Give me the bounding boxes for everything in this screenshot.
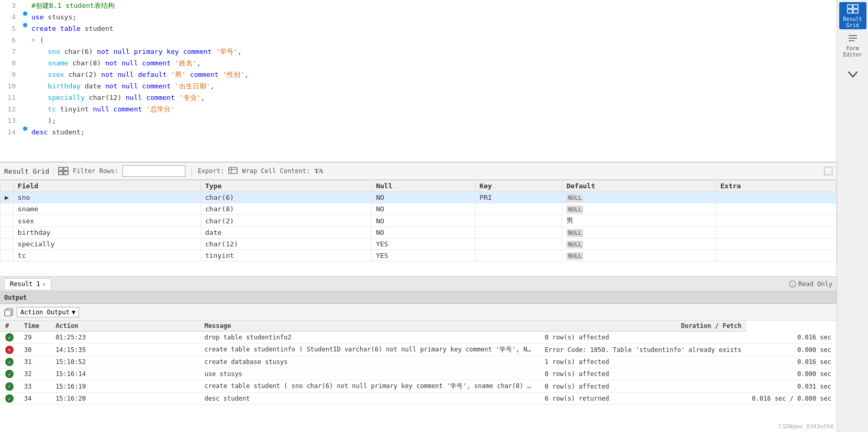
- row-indicator-6: [1, 250, 14, 262]
- time-33: 15:16:19: [50, 380, 199, 393]
- output-row-32[interactable]: ✓ 32 15:16:14 use stusys 0 row(s) affect…: [0, 368, 837, 380]
- extra-birthday: [716, 227, 837, 238]
- table-row[interactable]: ssex char(2) NO 男: [1, 215, 837, 227]
- code-line-13: 13 );: [0, 115, 837, 127]
- time-29: 01:25:23: [50, 332, 199, 344]
- extra-sno: [716, 192, 837, 203]
- message-31: 1 row(s) affected: [540, 356, 747, 368]
- result-table: Field Type Null Key Default Extra ▶ sno …: [0, 180, 837, 262]
- action-output-select[interactable]: Action Output ▼: [17, 307, 79, 317]
- line-number-10: 10: [0, 81, 21, 92]
- col-header-indicator: [1, 180, 14, 192]
- default-birthday: NULL: [562, 227, 716, 238]
- field-sname: sname: [13, 203, 201, 215]
- num-34: 34: [19, 393, 50, 405]
- field-specially: specially: [13, 238, 201, 250]
- success-icon-31: ✓: [5, 358, 14, 366]
- field-ssex: ssex: [13, 215, 201, 227]
- row-indicator-5: [1, 238, 14, 250]
- sidebar-form-editor-btn[interactable]: FormEditor: [839, 31, 866, 59]
- default-tc: NULL: [562, 250, 716, 262]
- output-row-33[interactable]: ✓ 33 15:16:19 create table student ( sno…: [0, 380, 837, 393]
- output-row-29[interactable]: ✓ 29 01:25:23 drop table studentinfo2 0 …: [0, 332, 837, 344]
- key-specially: [475, 238, 562, 250]
- col-duration: Duration / Fetch: [540, 321, 747, 332]
- num-33: 33: [19, 380, 50, 393]
- line-number-9: 9: [0, 69, 21, 81]
- export-icon[interactable]: [228, 167, 238, 175]
- result-tabs-bar: Result 1 ✕ i Read Only: [0, 277, 837, 291]
- table-row[interactable]: ▶ sno char(6) NO PRI NULL: [1, 192, 837, 203]
- dropdown-arrow-icon: ▼: [72, 309, 75, 316]
- default-sname: NULL: [562, 203, 716, 215]
- row-indicator-3: [1, 215, 14, 227]
- svg-rect-2: [59, 172, 63, 175]
- extra-sname: [716, 203, 837, 215]
- output-row-30[interactable]: ✕ 30 14:15:35 create table studentinfo (…: [0, 344, 837, 356]
- svg-rect-4: [229, 167, 237, 174]
- filter-rows-input[interactable]: [123, 165, 185, 177]
- line-number-7: 7: [0, 46, 21, 58]
- toggle-panel-icon[interactable]: [824, 167, 832, 175]
- num-29: 29: [19, 332, 50, 344]
- code-line-4: 4 use stusys;: [0, 12, 837, 23]
- table-row[interactable]: tc tinyint YES NULL: [1, 250, 837, 262]
- info-icon: i: [789, 280, 796, 288]
- output-row-34[interactable]: ✓ 34 15:16:20 desc student 6 row(s) retu…: [0, 393, 837, 405]
- action-34: desc student: [199, 393, 540, 405]
- wrap-icon[interactable]: TA: [314, 167, 323, 175]
- message-33: 0 row(s) affected: [540, 380, 747, 393]
- line-content-6: (: [38, 35, 837, 46]
- row-indicator-4: [1, 227, 14, 238]
- chevron-down-icon: [847, 69, 859, 80]
- null-birthday: NO: [372, 227, 475, 238]
- line-dot-4: [21, 12, 29, 16]
- success-icon-29: ✓: [5, 333, 14, 342]
- time-31: 15:10:52: [50, 356, 199, 368]
- status-cell-30: ✕: [0, 344, 19, 356]
- sidebar-result-grid-btn[interactable]: ResultGrid: [839, 2, 866, 29]
- success-icon-33: ✓: [5, 382, 14, 391]
- code-line-11: 11 specially char(12) null comment '专业',: [0, 92, 837, 104]
- null-tc: YES: [372, 250, 475, 262]
- table-row[interactable]: birthday date NO NULL: [1, 227, 837, 238]
- key-tc: [475, 250, 562, 262]
- line-number-6: 6: [0, 35, 21, 46]
- success-icon-32: ✓: [5, 370, 14, 378]
- code-line-9: 9 ssex char(2) not null default '男' comm…: [0, 69, 837, 81]
- col-header-key: Key: [475, 180, 562, 192]
- action-29: drop table studentinfo2: [199, 332, 540, 344]
- table-row[interactable]: sname char(8) NO NULL: [1, 203, 837, 215]
- duration-31: 0.016 sec: [747, 356, 837, 368]
- code-line-7: 7 sno char(6) not null primary key comme…: [0, 46, 837, 58]
- duration-30: 0.000 sec: [747, 344, 837, 356]
- col-hash: #: [0, 321, 19, 332]
- svg-rect-14: [853, 9, 858, 13]
- time-34: 15:16:20: [50, 393, 199, 405]
- tab-list: Result 1 ✕: [4, 278, 51, 289]
- tab-close-1[interactable]: ✕: [42, 281, 46, 288]
- output-copy-icon[interactable]: [4, 308, 14, 316]
- col-message: Message: [199, 321, 540, 332]
- table-row[interactable]: specially char(12) YES NULL: [1, 238, 837, 250]
- code-editor: 3 #创建B.1 student表结构 4 use stusys; 5 crea…: [0, 0, 837, 162]
- fold-icon-6[interactable]: ⊖: [29, 35, 38, 46]
- svg-rect-1: [64, 167, 68, 170]
- line-content-3: #创建B.1 student表结构: [29, 0, 837, 12]
- status-cell-32: ✓: [0, 368, 19, 380]
- line-number-14: 14: [0, 127, 21, 138]
- duration-29: 0.016 sec: [747, 332, 837, 344]
- message-29: 0 row(s) affected: [540, 332, 747, 344]
- sidebar-chevron-down-btn[interactable]: [839, 61, 866, 88]
- line-content-10: birthday date not null comment '出生日期',: [29, 81, 837, 92]
- key-ssex: [475, 215, 562, 227]
- duration-34: 0.016 sec / 0.000 sec: [747, 393, 837, 405]
- line-dot-14: [21, 127, 29, 131]
- tab-result-1[interactable]: Result 1 ✕: [4, 278, 51, 289]
- extra-specially: [716, 238, 837, 250]
- default-specially: NULL: [562, 238, 716, 250]
- output-row-31[interactable]: ✓ 31 15:10:52 create database stusys 1 r…: [0, 356, 837, 368]
- time-30: 14:15:35: [50, 344, 199, 356]
- grid-icon[interactable]: [58, 167, 69, 175]
- code-line-6: 6 ⊖ (: [0, 35, 837, 46]
